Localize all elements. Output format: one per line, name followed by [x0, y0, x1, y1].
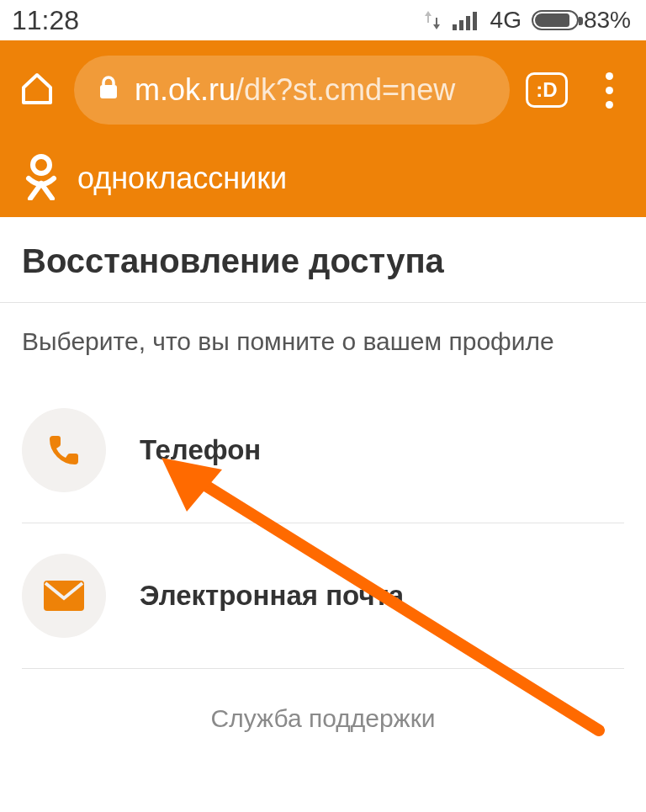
network-type-label: 4G	[490, 7, 522, 34]
tab-count-chip: :D	[526, 72, 568, 108]
home-icon	[19, 71, 55, 109]
battery-icon	[532, 10, 579, 30]
page-subtitle: Выберите, что вы помните о вашем профиле	[0, 303, 646, 390]
url-domain: m.ok.ru	[135, 72, 236, 108]
option-phone-label: Телефон	[140, 434, 261, 466]
svg-rect-3	[473, 12, 477, 30]
svg-rect-4	[100, 85, 117, 98]
phone-icon	[22, 408, 106, 492]
site-name: одноклассники	[77, 161, 287, 196]
url-path: /dk?st.cmd=new	[236, 72, 455, 108]
svg-point-5	[33, 157, 50, 173]
home-button[interactable]	[12, 65, 62, 115]
svg-rect-2	[466, 16, 470, 30]
divider	[22, 668, 624, 669]
battery-indicator: 83%	[532, 7, 631, 34]
lock-icon	[98, 72, 135, 108]
kebab-menu-icon	[606, 72, 613, 109]
signal-icon	[452, 9, 480, 31]
browser-menu-button[interactable]	[584, 65, 634, 115]
support-link[interactable]: Служба поддержки	[0, 681, 646, 767]
page-title: Восстановление доступа	[0, 217, 646, 302]
browser-bar: m.ok.ru /dk?st.cmd=new :D	[0, 40, 646, 140]
option-email[interactable]: Электронная почта	[22, 535, 624, 656]
status-bar: 11:28 4G 83%	[0, 0, 646, 40]
option-email-label: Электронная почта	[140, 580, 404, 612]
site-header: одноклассники	[0, 140, 646, 217]
tabs-button[interactable]: :D	[522, 65, 572, 115]
recovery-option-list: Телефон Электронная почта	[0, 390, 646, 669]
email-icon	[22, 554, 106, 638]
status-time: 11:28	[12, 5, 79, 36]
status-right: 4G 83%	[423, 7, 631, 34]
page-content: Восстановление доступа Выберите, что вы …	[0, 217, 646, 767]
divider	[22, 523, 624, 523]
option-phone[interactable]: Телефон	[22, 390, 624, 511]
battery-percent: 83%	[584, 7, 631, 34]
network-activity-icon	[423, 9, 442, 31]
svg-rect-1	[459, 20, 463, 30]
ok-logo-icon	[24, 153, 59, 204]
svg-rect-0	[453, 24, 457, 30]
url-bar[interactable]: m.ok.ru /dk?st.cmd=new	[74, 56, 510, 125]
